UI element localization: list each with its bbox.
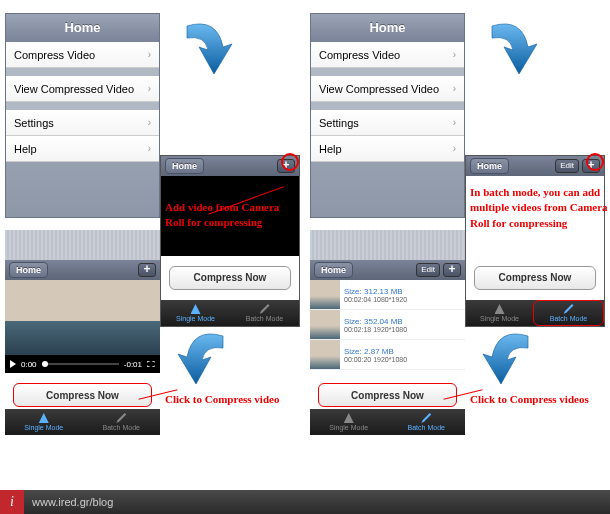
video-thumbnail[interactable] bbox=[5, 280, 160, 355]
nav-back-button[interactable]: Home bbox=[165, 158, 204, 174]
chevron-right-icon: › bbox=[148, 143, 151, 154]
video-size: Size: 352.04 MB bbox=[344, 317, 461, 326]
home-label: Compress Video bbox=[14, 49, 95, 61]
single-icon bbox=[495, 304, 505, 314]
home-item-compress[interactable]: Compress Video› bbox=[6, 42, 159, 68]
tab-bar: Single Mode Batch Mode bbox=[161, 300, 299, 326]
time-current: 0:00 bbox=[21, 360, 37, 369]
single-mode-empty-screen: Home + Compress Now Single Mode Batch Mo… bbox=[160, 155, 300, 327]
tab-label: Single Mode bbox=[480, 315, 519, 322]
nav-back-button[interactable]: Home bbox=[9, 262, 48, 278]
home-header: Home bbox=[311, 14, 464, 42]
video-thumbnail bbox=[310, 310, 340, 339]
home-item-settings[interactable]: Settings› bbox=[311, 110, 464, 136]
tab-label: Single Mode bbox=[24, 424, 63, 431]
highlight-circle bbox=[281, 153, 299, 171]
home-screen: Home Compress Video› View Compressed Vid… bbox=[310, 13, 465, 218]
batch-mode-empty-screen: Home Edit + Compress Now Single Mode Bat… bbox=[465, 155, 605, 327]
tab-bar: Single Mode Batch Mode bbox=[5, 409, 160, 435]
video-meta: 00:00:20 1920*1080 bbox=[344, 356, 461, 363]
arrow-icon bbox=[480, 330, 540, 390]
nav-back-button[interactable]: Home bbox=[470, 158, 509, 174]
tab-bar: Single Mode Batch Mode bbox=[466, 300, 604, 326]
home-item-compress[interactable]: Compress Video› bbox=[311, 42, 464, 68]
tab-bar: Single Mode Batch Mode bbox=[310, 409, 465, 435]
tab-label: Batch Mode bbox=[246, 315, 283, 322]
highlight-circle bbox=[586, 153, 604, 171]
annotation-text: Click to Compress video bbox=[165, 392, 305, 407]
batch-icon bbox=[116, 413, 126, 423]
tab-label: Single Mode bbox=[176, 315, 215, 322]
tab-label: Batch Mode bbox=[550, 315, 587, 322]
video-thumbnail bbox=[310, 280, 340, 309]
compress-now-button[interactable]: Compress Now bbox=[318, 383, 457, 407]
home-header: Home bbox=[6, 14, 159, 42]
home-label: View Compressed Video bbox=[14, 83, 134, 95]
list-item[interactable]: Size: 352.04 MB00:02:18 1920*1080 bbox=[310, 310, 465, 340]
video-size: Size: 2.87 MB bbox=[344, 347, 461, 356]
home-label: Help bbox=[14, 143, 37, 155]
tab-label: Batch Mode bbox=[408, 424, 445, 431]
time-total: -0:01 bbox=[124, 360, 142, 369]
fullscreen-icon[interactable]: ⛶ bbox=[147, 360, 155, 369]
single-icon bbox=[39, 413, 49, 423]
home-item-help[interactable]: Help› bbox=[311, 136, 464, 162]
chevron-right-icon: › bbox=[148, 117, 151, 128]
chevron-right-icon: › bbox=[453, 143, 456, 154]
tab-label: Single Mode bbox=[329, 424, 368, 431]
chevron-right-icon: › bbox=[453, 49, 456, 60]
annotation-text: Add video from Camera Roll for compressi… bbox=[165, 200, 300, 231]
home-item-settings[interactable]: Settings› bbox=[6, 110, 159, 136]
home-label: Help bbox=[319, 143, 342, 155]
single-icon bbox=[191, 304, 201, 314]
tab-batch-mode[interactable]: Batch Mode bbox=[388, 409, 466, 435]
page-footer: i www.ired.gr/blog bbox=[0, 490, 610, 514]
compress-now-button[interactable]: Compress Now bbox=[169, 266, 291, 290]
batch-icon bbox=[564, 304, 574, 314]
add-button[interactable]: + bbox=[138, 263, 156, 277]
video-list: Size: 312.13 MB00:02:04 1080*1920 Size: … bbox=[310, 280, 465, 370]
annotation-text: In batch mode, you can add multiple vide… bbox=[470, 185, 610, 231]
home-item-help[interactable]: Help› bbox=[6, 136, 159, 162]
tab-single-mode[interactable]: Single Mode bbox=[5, 409, 83, 435]
arrow-icon bbox=[480, 20, 540, 80]
list-item[interactable]: Size: 312.13 MB00:02:04 1080*1920 bbox=[310, 280, 465, 310]
video-thumbnail bbox=[310, 340, 340, 369]
tab-single-mode[interactable]: Single Mode bbox=[466, 300, 533, 326]
compress-now-button[interactable]: Compress Now bbox=[474, 266, 596, 290]
arrow-icon bbox=[175, 20, 235, 80]
site-logo: i bbox=[0, 490, 24, 514]
home-label: Compress Video bbox=[319, 49, 400, 61]
tab-label: Batch Mode bbox=[103, 424, 140, 431]
home-screen: Home Compress Video› View Compressed Vid… bbox=[5, 13, 160, 218]
add-button[interactable]: + bbox=[443, 263, 461, 277]
chevron-right-icon: › bbox=[453, 117, 456, 128]
edit-button[interactable]: Edit bbox=[416, 263, 440, 277]
video-meta: 00:02:04 1080*1920 bbox=[344, 296, 461, 303]
tab-batch-mode[interactable]: Batch Mode bbox=[230, 300, 299, 326]
edit-button[interactable]: Edit bbox=[555, 159, 579, 173]
nav-back-button[interactable]: Home bbox=[314, 262, 353, 278]
home-label: Settings bbox=[14, 117, 54, 129]
home-item-view[interactable]: View Compressed Video› bbox=[311, 76, 464, 102]
video-size: Size: 312.13 MB bbox=[344, 287, 461, 296]
video-meta: 00:02:18 1920*1080 bbox=[344, 326, 461, 333]
batch-icon bbox=[260, 304, 270, 314]
chevron-right-icon: › bbox=[148, 83, 151, 94]
tab-batch-mode[interactable]: Batch Mode bbox=[533, 300, 604, 326]
tab-single-mode[interactable]: Single Mode bbox=[161, 300, 230, 326]
play-icon[interactable] bbox=[10, 360, 16, 368]
progress-bar[interactable] bbox=[42, 363, 119, 365]
video-player: 0:00 -0:01 ⛶ bbox=[5, 280, 160, 373]
list-item[interactable]: Size: 2.87 MB00:00:20 1920*1080 bbox=[310, 340, 465, 370]
compress-now-button[interactable]: Compress Now bbox=[13, 383, 152, 407]
home-label: Settings bbox=[319, 117, 359, 129]
chevron-right-icon: › bbox=[453, 83, 456, 94]
site-url: www.ired.gr/blog bbox=[24, 496, 113, 508]
tab-single-mode[interactable]: Single Mode bbox=[310, 409, 388, 435]
home-item-view[interactable]: View Compressed Video› bbox=[6, 76, 159, 102]
video-controls: 0:00 -0:01 ⛶ bbox=[5, 355, 160, 373]
tab-batch-mode[interactable]: Batch Mode bbox=[83, 409, 161, 435]
home-label: View Compressed Video bbox=[319, 83, 439, 95]
chevron-right-icon: › bbox=[148, 49, 151, 60]
